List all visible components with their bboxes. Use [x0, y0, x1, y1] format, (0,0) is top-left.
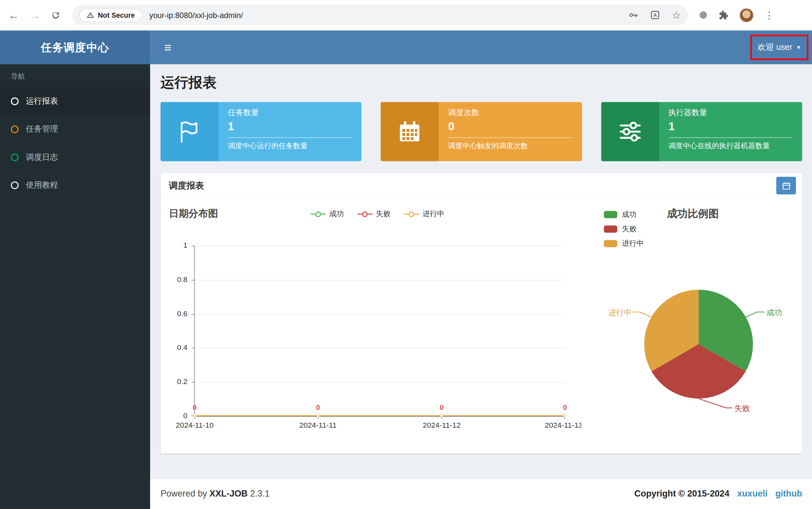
x-axis-label: 2024-11-11: [295, 421, 341, 429]
line-marker-icon: [404, 211, 419, 217]
reload-icon[interactable]: [51, 10, 61, 20]
extension-dot-icon[interactable]: [700, 11, 707, 19]
stat-card-value: 1: [228, 120, 352, 133]
stat-card-executors: 执行器数量 1 调度中心在线的执行器机器数量: [601, 102, 802, 161]
line-marker-icon: [357, 211, 372, 217]
running-series-line: [195, 415, 565, 416]
stat-card-desc: 调度中心在线的执行器机器数量: [668, 141, 793, 150]
footer-brand: XXL-JOB: [209, 488, 248, 498]
back-icon[interactable]: ←: [8, 9, 19, 20]
app-brand: 任务调度中心: [0, 31, 150, 64]
copyright-text: Copyright © 2015-2024: [634, 488, 730, 499]
y-axis-tick: 0.4: [163, 343, 187, 351]
link-xuxueli[interactable]: xuxueli: [737, 488, 768, 499]
footer: Powered by XXL-JOB 2.3.1 Copyright © 201…: [150, 478, 812, 509]
pie-label-success: 成功: [767, 308, 782, 318]
panel-header: 调度报表: [160, 173, 802, 198]
address-bar[interactable]: Not Secure your-ip:8080/xxl-job-admin/ A…: [72, 5, 689, 25]
stat-card-title: 调度次数: [448, 108, 573, 118]
circle-icon: [11, 125, 19, 133]
browser-toolbar: ← → Not Secure your-ip:8080/xxl-job-admi…: [0, 0, 812, 31]
point-value-label: 0: [557, 403, 573, 412]
app-topbar: ≡ 欢迎 user ▼: [150, 31, 812, 64]
app-header: 任务调度中心 ≡ 欢迎 user ▼: [0, 31, 812, 64]
link-github[interactable]: github: [775, 488, 802, 499]
circle-icon: [11, 97, 19, 105]
sidebar-item-label: 任务管理: [26, 124, 58, 134]
x-axis-label: 2024-11-10: [171, 421, 218, 429]
panel-body: 日期分布图 成功 失败 进行中: [160, 198, 802, 453]
main-content: 运行报表 任务数量 1 调度中心运行的任务数量: [150, 64, 812, 509]
calendar-icon: [782, 181, 791, 190]
browser-extension-cluster: ⋮: [700, 8, 774, 22]
warning-icon: [86, 11, 95, 19]
line-chart-title: 日期分布图: [169, 207, 218, 220]
line-chart-legend: 成功 失败 进行中: [311, 209, 444, 218]
screenshot-stage: ← → Not Secure your-ip:8080/xxl-job-admi…: [0, 0, 812, 509]
calendar-icon: [397, 119, 423, 145]
sidebar-item-label: 运行报表: [26, 96, 58, 107]
sliders-icon: [617, 118, 643, 145]
pie-label-fail: 失败: [734, 404, 750, 413]
sidebar-item-tutorial[interactable]: 使用教程: [0, 171, 150, 199]
forward-icon[interactable]: →: [30, 9, 40, 20]
point-value-label: 0: [310, 403, 326, 412]
browser-menu-icon[interactable]: ⋮: [765, 10, 774, 20]
footer-version: 2.3.1: [250, 488, 270, 498]
sidebar-section-label: 导航: [0, 64, 150, 87]
data-point-marker: [440, 413, 443, 417]
line-chart-plot: 1 0.8 0.6 0.4 0.2 0 2024-11-10 2024-11-1…: [194, 246, 565, 417]
circle-icon: [11, 181, 19, 189]
flag-icon: [176, 118, 203, 145]
translate-icon[interactable]: A: [650, 10, 660, 20]
stat-card-title: 执行器数量: [668, 108, 793, 118]
stat-card-value: 0: [448, 120, 573, 133]
divider: [668, 137, 793, 138]
point-value-label: 0: [434, 403, 449, 412]
legend-item-success[interactable]: 成功: [311, 209, 344, 218]
data-point-marker: [563, 413, 566, 417]
stat-card-triggers: 调度次数 0 调度中心触发的调度次数: [381, 102, 582, 161]
stat-card-title: 任务数量: [228, 108, 352, 118]
date-range-button[interactable]: [776, 177, 796, 195]
sidebar-toggle-icon[interactable]: ≡: [164, 41, 171, 54]
security-badge-label: Not Secure: [98, 11, 135, 19]
x-axis-label: 2024-11-13: [545, 421, 582, 429]
chevron-down-icon: ▼: [796, 44, 801, 50]
security-badge[interactable]: Not Secure: [79, 8, 142, 22]
data-point-marker: [317, 413, 320, 417]
sidebar-item-label: 使用教程: [26, 180, 58, 191]
stat-card-desc: 调度中心运行的任务数量: [228, 141, 352, 150]
line-marker-icon: [311, 211, 326, 217]
stat-cards-row: 任务数量 1 调度中心运行的任务数量: [160, 102, 802, 161]
y-axis-tick: 0: [163, 412, 187, 420]
stat-card-jobs: 任务数量 1 调度中心运行的任务数量: [160, 102, 362, 161]
y-axis-tick: 0.8: [163, 275, 187, 283]
y-axis-tick: 0.6: [163, 309, 187, 317]
circle-icon: [11, 153, 19, 161]
stat-card-value: 1: [668, 120, 793, 133]
extensions-puzzle-icon[interactable]: [717, 9, 729, 20]
legend-item-fail[interactable]: 失败: [357, 209, 390, 218]
divider: [448, 137, 573, 138]
sidebar-item-label: 调度日志: [26, 151, 58, 162]
y-axis-tick: 1: [163, 241, 187, 249]
bookmark-star-icon[interactable]: ☆: [672, 10, 681, 20]
dispatch-report-panel: 调度报表 日期分布图 成功 失: [160, 173, 802, 453]
user-menu[interactable]: 欢迎 user: [757, 42, 792, 53]
pie-label-running: 进行中: [605, 308, 632, 318]
data-point-marker: [193, 413, 197, 417]
url-text: your-ip:8080/xxl-job-admin/: [149, 10, 243, 19]
key-icon[interactable]: [628, 10, 639, 20]
divider: [228, 137, 352, 138]
sidebar-item-run-report[interactable]: 运行报表: [0, 87, 150, 115]
stat-card-desc: 调度中心触发的调度次数: [448, 141, 573, 150]
sidebar-item-job-manage[interactable]: 任务管理: [0, 115, 150, 143]
powered-by-text: Powered by XXL-JOB 2.3.1: [160, 488, 270, 499]
point-value-label: 0: [187, 403, 202, 412]
sidebar: 导航 运行报表 任务管理 调度日志 使用教程: [0, 64, 150, 509]
svg-text:A: A: [654, 12, 657, 18]
legend-item-running[interactable]: 进行中: [404, 209, 444, 218]
sidebar-item-dispatch-log[interactable]: 调度日志: [0, 143, 150, 171]
browser-profile-avatar[interactable]: [740, 8, 754, 22]
